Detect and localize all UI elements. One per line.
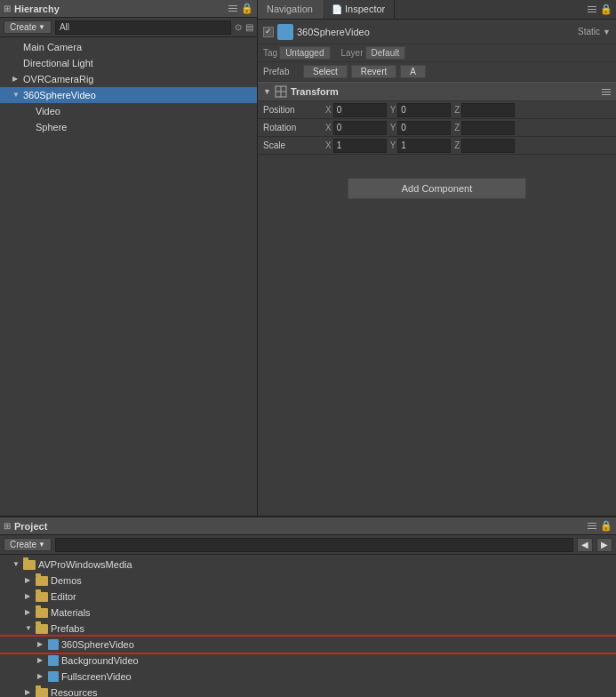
scale-y-input[interactable] bbox=[397, 139, 451, 153]
hierarchy-item-label: Directional Light bbox=[23, 58, 93, 68]
pos-x-label: X bbox=[325, 105, 332, 115]
tag-layer-row: Tag Untagged Layer Default bbox=[258, 44, 616, 62]
scale-x-label: X bbox=[325, 140, 332, 150]
project-item-label: FullscreenVideo bbox=[61, 671, 132, 682]
hierarchy-titlebar: ⊞ Hierarchy 🔒 bbox=[0, 0, 257, 18]
hierarchy-item-video[interactable]: Video bbox=[0, 103, 257, 119]
tab-inspector[interactable]: 📄 Inspector bbox=[323, 0, 395, 19]
rotation-label: Rotation bbox=[263, 123, 325, 132]
transform-title: Transform bbox=[291, 86, 339, 97]
project-panel: ⊞ Project 🔒 Create ▼ ◀ ▶ ▼AVProWindowsMe… bbox=[0, 516, 616, 697]
project-item-prefabs[interactable]: ▼Prefabs bbox=[0, 621, 616, 637]
hierarchy-item-360sphere-video[interactable]: ▼360SphereVideo bbox=[0, 87, 257, 103]
revert-button[interactable]: Revert bbox=[351, 65, 396, 78]
rotation-row: Rotation X Y Z bbox=[258, 119, 616, 137]
project-item-label: Editor bbox=[51, 591, 76, 602]
inspector-object-header: 360SphereVideo Static ▼ bbox=[258, 20, 616, 44]
scale-z-label: Z bbox=[454, 140, 460, 150]
project-lock-icon[interactable]: 🔒 bbox=[600, 520, 612, 532]
project-item-fullscreen-video[interactable]: ▶FullscreenVideo bbox=[0, 669, 616, 685]
project-item-materials[interactable]: ▶Materials bbox=[0, 605, 616, 621]
transform-icon bbox=[275, 85, 287, 98]
project-search-input[interactable] bbox=[55, 538, 573, 552]
prefab-icon bbox=[48, 655, 59, 666]
static-label: Static bbox=[578, 27, 600, 36]
hierarchy-menu-icon[interactable] bbox=[228, 5, 237, 12]
layer-dropdown[interactable]: Default bbox=[365, 46, 406, 60]
prefab-row: Prefab Select Revert A bbox=[258, 62, 616, 82]
object-icon bbox=[277, 24, 293, 40]
hierarchy-toolbar: Create ▼ ⊙ ▤ bbox=[0, 18, 257, 37]
position-y-input[interactable] bbox=[397, 103, 451, 117]
project-item-label: BackgroundVideo bbox=[61, 655, 139, 666]
hierarchy-item-ovr-camera-rig[interactable]: ▶OVRCameraRig bbox=[0, 71, 257, 87]
project-item-demos[interactable]: ▶Demos bbox=[0, 573, 616, 589]
hierarchy-item-label: Main Camera bbox=[23, 42, 82, 52]
folder-icon bbox=[36, 688, 48, 698]
hierarchy-item-directional-light[interactable]: Directional Light bbox=[0, 55, 257, 71]
scale-y-label: Y bbox=[390, 140, 396, 150]
layer-label: Layer bbox=[341, 48, 364, 58]
prefab-icon bbox=[48, 639, 59, 650]
hierarchy-item-label: Sphere bbox=[36, 122, 67, 132]
project-item-background-video[interactable]: ▶BackgroundVideo bbox=[0, 653, 616, 669]
project-nav-forward-button[interactable]: ▶ bbox=[596, 538, 612, 552]
position-x-input[interactable] bbox=[333, 103, 387, 117]
project-item-editor[interactable]: ▶Editor bbox=[0, 589, 616, 605]
rotation-z-input[interactable] bbox=[461, 121, 515, 135]
hierarchy-search-icon[interactable]: ⊙ bbox=[235, 22, 242, 32]
rotation-x-input[interactable] bbox=[333, 121, 387, 135]
tag-dropdown[interactable]: Untagged bbox=[279, 46, 330, 60]
hierarchy-item-label: OVRCameraRig bbox=[23, 74, 93, 84]
project-nav-back-button[interactable]: ◀ bbox=[577, 538, 593, 552]
project-item-360sphere-video-prefab[interactable]: ▶360SphereVideo bbox=[0, 637, 616, 653]
project-menu-icon[interactable] bbox=[588, 523, 596, 529]
pos-z-label: Z bbox=[454, 105, 460, 115]
add-component-button[interactable]: Add Component bbox=[348, 178, 527, 199]
folder-icon bbox=[36, 624, 48, 634]
transform-collapse-arrow[interactable]: ▼ bbox=[263, 87, 271, 96]
hierarchy-item-main-camera[interactable]: Main Camera bbox=[0, 39, 257, 55]
folder-icon bbox=[23, 560, 36, 570]
project-create-button[interactable]: Create ▼ bbox=[4, 538, 52, 551]
select-button[interactable]: Select bbox=[303, 65, 348, 78]
transform-header: ▼ Transform bbox=[258, 82, 616, 101]
hierarchy-item-sphere[interactable]: Sphere bbox=[0, 119, 257, 135]
hierarchy-title: Hierarchy bbox=[14, 4, 60, 14]
hierarchy-item-label: Video bbox=[36, 106, 60, 116]
rot-z-label: Z bbox=[454, 123, 460, 132]
project-item-avpro[interactable]: ▼AVProWindowsMedia bbox=[0, 557, 616, 573]
apply-button[interactable]: A bbox=[400, 65, 426, 78]
transform-menu-icon[interactable] bbox=[602, 89, 611, 95]
hierarchy-panel: ⊞ Hierarchy 🔒 Create ▼ ⊙ ▤ Main CameraDi… bbox=[0, 0, 258, 516]
prefab-label: Prefab bbox=[263, 67, 303, 76]
project-item-label: Prefabs bbox=[51, 623, 84, 634]
tag-label: Tag bbox=[263, 48, 277, 58]
position-row: Position X Y Z bbox=[258, 101, 616, 119]
scale-x-input[interactable] bbox=[333, 139, 387, 153]
static-arrow[interactable]: ▼ bbox=[603, 28, 611, 36]
project-item-label: Materials bbox=[51, 607, 91, 618]
hierarchy-lock-icon[interactable]: 🔒 bbox=[241, 3, 253, 14]
inspector-menu-icon[interactable] bbox=[588, 6, 596, 12]
position-label: Position bbox=[263, 105, 325, 115]
project-title: Project bbox=[14, 521, 47, 532]
scale-z-input[interactable] bbox=[461, 139, 515, 153]
inspector-lock-icon[interactable]: 🔒 bbox=[600, 4, 612, 15]
scale-row: Scale X Y Z bbox=[258, 137, 616, 155]
hierarchy-filter-icon[interactable]: ▤ bbox=[245, 22, 253, 32]
rotation-y-input[interactable] bbox=[397, 121, 451, 135]
hierarchy-search-input[interactable] bbox=[55, 20, 231, 35]
hierarchy-create-button[interactable]: Create ▼ bbox=[4, 20, 52, 34]
rot-y-label: Y bbox=[390, 123, 396, 132]
object-name: 360SphereVideo bbox=[297, 27, 578, 37]
project-toolbar: Create ▼ ◀ ▶ bbox=[0, 535, 616, 555]
tab-navigation[interactable]: Navigation bbox=[258, 0, 323, 19]
position-z-input[interactable] bbox=[461, 103, 515, 117]
hierarchy-list: Main CameraDirectional Light▶OVRCameraRi… bbox=[0, 37, 257, 516]
project-item-label: Demos bbox=[51, 575, 82, 586]
project-item-resources[interactable]: ▶Resources bbox=[0, 685, 616, 697]
project-item-label: AVProWindowsMedia bbox=[38, 559, 132, 570]
folder-icon bbox=[36, 576, 48, 586]
object-active-checkbox[interactable] bbox=[263, 27, 274, 37]
